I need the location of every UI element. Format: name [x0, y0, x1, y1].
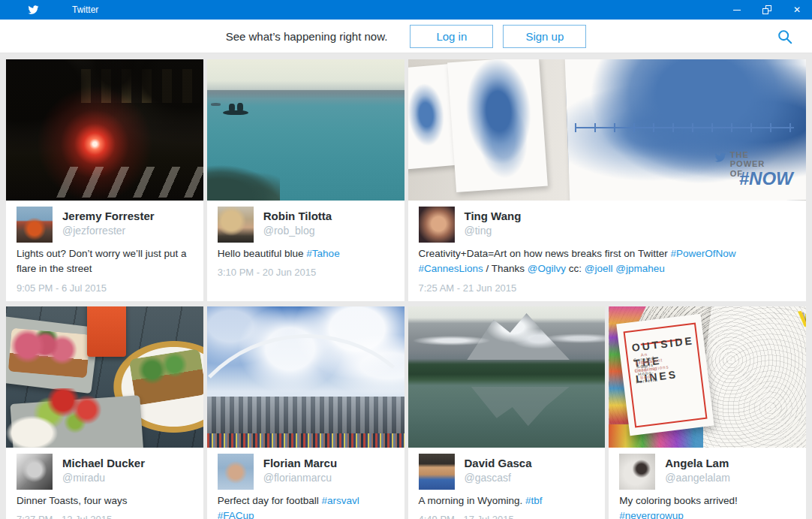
tweet-text-segment: A morning in Wyoming.: [419, 495, 525, 506]
tweet-text-segment: Dinner Toasts, four ways: [17, 495, 128, 506]
user-handle[interactable]: @jezforrester: [62, 224, 155, 237]
tweet-photo[interactable]: [207, 306, 404, 448]
minimize-button[interactable]: [722, 0, 752, 20]
header-tagline: See what’s happening right now.: [226, 30, 388, 43]
tweet-photo[interactable]: [6, 59, 203, 201]
tweet-user: Michael Ducker @miradu: [17, 454, 193, 490]
tweet-grid: Jeremy Forrester @jezforrester Lights ou…: [0, 53, 812, 519]
photo-art-stadium-facade: [207, 397, 404, 435]
tweet-text-segment: Creativity+Data=Art on how news breaks f…: [419, 248, 671, 259]
login-button[interactable]: Log in: [410, 25, 493, 48]
window-title: Twitter: [72, 5, 98, 15]
tweet-text: Dinner Toasts, four ways: [17, 493, 193, 508]
minimize-icon: [733, 10, 741, 11]
tweet-link[interactable]: @Ogilvy: [528, 263, 566, 274]
avatar[interactable]: [419, 207, 455, 243]
signup-button[interactable]: Sign up: [503, 25, 586, 48]
tweet-link[interactable]: #CannesLions: [419, 263, 483, 274]
tweet-timestamp[interactable]: 9:05 PM - 6 Jul 2015: [17, 282, 193, 294]
user-name[interactable]: Ting Wang: [465, 209, 522, 224]
tweet-link[interactable]: @jpmaheu: [615, 263, 665, 274]
tweet-link[interactable]: #PowerOfNow: [670, 248, 735, 259]
photo-art-white-book-cover: OUTSIDETHELINES An Artists’ Coloring Boo…: [616, 314, 714, 436]
window-titlebar: Twitter ✕: [0, 0, 812, 20]
restore-icon: [762, 5, 771, 14]
avatar[interactable]: [17, 207, 53, 243]
photo-art-mozzarella: [6, 413, 62, 447]
user-handle[interactable]: @rob_blog: [263, 224, 332, 237]
tweet-photo[interactable]: OODLEVASION OUTSIDETHELINES An Artists’ …: [609, 306, 806, 448]
tweet-photo[interactable]: [6, 306, 203, 448]
user-name[interactable]: Jeremy Forrester: [62, 209, 155, 224]
photo-art-lake-reflection: [471, 387, 570, 427]
tweet-card[interactable]: Jeremy Forrester @jezforrester Lights ou…: [6, 59, 203, 301]
photo-text-book-credit: Curated bySouris Hong-Porretta: [633, 358, 633, 365]
user-name[interactable]: Michael Ducker: [62, 456, 145, 471]
twitter-bird-icon: [714, 152, 727, 163]
tweet-photo[interactable]: THE POWER OF #NOW: [408, 59, 807, 201]
tweet-card[interactable]: Michael Ducker @miradu Dinner Toasts, fo…: [6, 306, 203, 519]
user-handle[interactable]: @miradu: [62, 471, 145, 484]
tweet-info: Angela Lam @aangelalam My coloring books…: [609, 448, 806, 519]
user-name[interactable]: David Gasca: [465, 456, 532, 471]
tweet-text: Perfect day for football #arsvavl #FACup: [218, 493, 394, 519]
photo-text-now: #NOW: [739, 168, 793, 189]
user-handle[interactable]: @florianmarcu: [263, 471, 337, 484]
tweet-user: David Gasca @gascasf: [419, 454, 595, 490]
tweet-photo[interactable]: [408, 306, 606, 448]
avatar[interactable]: [218, 207, 254, 243]
user-handle[interactable]: @gascasf: [465, 471, 532, 484]
avatar[interactable]: [17, 454, 53, 490]
tweet-link[interactable]: #FACup: [218, 510, 254, 519]
user-handle[interactable]: @aangelalam: [665, 471, 730, 484]
tweet-user: Jeremy Forrester @jezforrester: [17, 207, 193, 243]
restore-button[interactable]: [752, 0, 782, 20]
tweet-text-segment: My coloring books arrived!: [619, 495, 738, 506]
tweet-timestamp[interactable]: 3:10 PM - 20 Jun 2015: [218, 267, 394, 278]
tweet-photo[interactable]: [207, 59, 404, 201]
tweet-card[interactable]: David Gasca @gascasf A morning in Wyomin…: [408, 306, 606, 519]
photo-art-boat: [211, 103, 221, 106]
tweet-timestamp[interactable]: 4:49 PM - 17 Jul 2015: [419, 514, 595, 519]
tweet-text-segment: Hello beautiful blue: [218, 248, 307, 259]
tweet-info: Robin Tilotta @rob_blog Hello beautiful …: [207, 201, 404, 285]
tweet-text: Creativity+Data=Art on how news breaks f…: [419, 246, 796, 277]
tweet-info: Ting Wang @ting Creativity+Data=Art on h…: [408, 201, 807, 301]
tweet-user: Angela Lam @aangelalam: [619, 454, 795, 490]
photo-art-red-frame: OUTSIDETHELINES An Artists’ Coloring Boo…: [623, 322, 707, 427]
tweet-timestamp[interactable]: 7:25 AM - 21 Jun 2015: [419, 282, 796, 294]
tweet-text-segment: Lights out? Don’t worry we’ll just put a…: [17, 248, 187, 274]
app-header: See what’s happening right now. Log in S…: [0, 20, 812, 53]
photo-art-paddler: [237, 103, 243, 111]
tweet-card[interactable]: Florian Marcu @florianmarcu Perfect day …: [207, 306, 404, 519]
photo-art-canvas: [447, 59, 548, 192]
user-name[interactable]: Robin Tilotta: [263, 209, 332, 224]
tweet-card[interactable]: OODLEVASION OUTSIDETHELINES An Artists’ …: [609, 306, 806, 519]
avatar[interactable]: [619, 454, 655, 490]
tweet-link[interactable]: #tbf: [525, 495, 543, 506]
tweet-timestamp[interactable]: 7:37 PM - 12 Jul 2015: [17, 514, 193, 519]
photo-art-snow-patches: [408, 323, 606, 360]
tweet-link[interactable]: @joell: [585, 263, 613, 274]
avatar[interactable]: [218, 454, 254, 490]
tweet-user: Robin Tilotta @rob_blog: [218, 207, 394, 243]
user-name[interactable]: Angela Lam: [665, 456, 730, 471]
tweet-info: Jeremy Forrester @jezforrester Lights ou…: [6, 201, 203, 301]
photo-art-paddler: [229, 104, 235, 111]
user-handle[interactable]: @ting: [465, 224, 522, 237]
tweet-link[interactable]: #Tahoe: [306, 248, 339, 259]
tweet-text: Lights out? Don’t worry we’ll just put a…: [17, 246, 193, 277]
photo-art-toast: [8, 328, 91, 379]
search-icon[interactable]: [777, 29, 793, 45]
tweet-link[interactable]: #nevergrowup: [619, 510, 684, 519]
tweet-card[interactable]: THE POWER OF #NOW Ting Wang @ting Creati…: [408, 59, 807, 301]
tweet-card[interactable]: Robin Tilotta @rob_blog Hello beautiful …: [207, 59, 404, 301]
photo-art-rocks: [207, 164, 280, 201]
tweet-link[interactable]: #arsvavl: [322, 495, 359, 506]
avatar[interactable]: [419, 454, 455, 490]
photo-art-power-of-now-logo: THE POWER OF #NOW: [714, 150, 796, 194]
close-button[interactable]: ✕: [782, 0, 812, 20]
user-name[interactable]: Florian Marcu: [263, 456, 337, 471]
photo-art-crowd: [207, 433, 404, 448]
tweet-text-segment: Perfect day for football: [218, 495, 322, 506]
